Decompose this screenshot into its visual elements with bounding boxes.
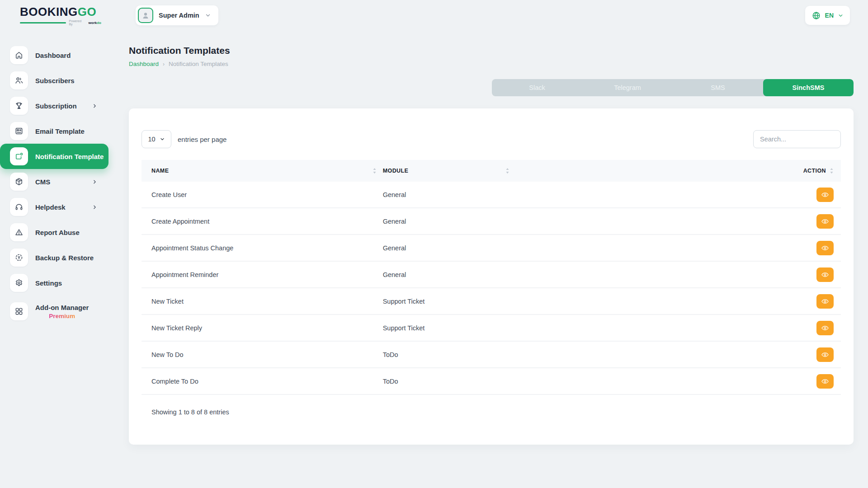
templates-table: NAME MODULE ACTION xyxy=(142,160,841,416)
premium-badge: Premium xyxy=(49,313,75,319)
tab-telegram[interactable]: Telegram xyxy=(582,79,673,96)
view-template-button[interactable] xyxy=(816,214,834,229)
view-template-button[interactable] xyxy=(816,347,834,362)
tab-sinchsms[interactable]: SinchSMS xyxy=(763,79,854,96)
brand-wordmark-accent: GO xyxy=(78,5,96,19)
search-input[interactable] xyxy=(753,130,841,148)
language-code: EN xyxy=(825,12,834,19)
template-module: ToDo xyxy=(383,378,516,385)
brand-tagline: Powered By workdo xyxy=(20,19,101,26)
eye-icon xyxy=(821,351,829,359)
page-size-select[interactable]: 10 xyxy=(142,130,171,148)
page-title: Notification Templates xyxy=(129,45,854,56)
eye-icon xyxy=(821,191,829,199)
sidebar-item-settings[interactable]: Settings xyxy=(0,270,108,296)
trophy-icon xyxy=(10,97,28,115)
sidebar-item-label: Notification Template xyxy=(35,153,104,160)
table-controls: 10 entries per page xyxy=(142,130,841,148)
table-header-row: NAME MODULE ACTION xyxy=(142,160,841,182)
main-content: Notification Templates Dashboard › Notif… xyxy=(129,33,854,445)
table-row: Create Appointment General xyxy=(142,208,841,235)
eye-icon xyxy=(821,377,829,385)
template-name: Appointment Reminder xyxy=(142,271,383,278)
grid-icon xyxy=(10,302,28,320)
template-name: Create Appointment xyxy=(142,218,383,225)
sidebar-item-subscription[interactable]: Subscription xyxy=(0,93,108,118)
table-row: Create User General xyxy=(142,182,841,208)
brand-wordmark-primary: BOOKING xyxy=(20,5,78,19)
templates-card: 10 entries per page NAME MODULE xyxy=(129,108,854,445)
template-module: General xyxy=(383,218,516,225)
table-row: Complete To Do ToDo xyxy=(142,368,841,395)
table-summary: Showing 1 to 8 of 8 entries xyxy=(142,395,841,416)
eye-icon xyxy=(821,217,829,225)
user-name: Super Admin xyxy=(159,12,199,19)
template-module: General xyxy=(383,271,516,278)
sidebar: Dashboard Subscribers Subscription xyxy=(0,42,114,327)
sidebar-item-label: Subscription xyxy=(35,102,77,110)
view-template-button[interactable] xyxy=(816,267,834,282)
package-icon xyxy=(10,173,28,191)
sidebar-item-label: CMS xyxy=(35,178,50,186)
chevron-right-icon xyxy=(92,103,98,109)
language-selector[interactable]: EN xyxy=(805,6,850,25)
eye-icon xyxy=(821,244,829,252)
template-module: ToDo xyxy=(383,351,516,358)
sidebar-item-label: Email Template xyxy=(35,127,85,135)
view-template-button[interactable] xyxy=(816,294,834,309)
sidebar-item-cms[interactable]: CMS xyxy=(0,169,108,194)
column-header-action[interactable]: ACTION xyxy=(516,168,841,174)
sidebar-item-addon-manager[interactable]: Add-on Manager Premium xyxy=(0,296,108,327)
column-header-name[interactable]: NAME xyxy=(142,168,383,174)
sidebar-item-label: Helpdesk xyxy=(35,203,66,211)
chevron-down-icon xyxy=(205,12,211,19)
backup-restore-icon xyxy=(10,249,28,267)
chevron-down-icon xyxy=(838,13,844,19)
brand-logo: BOOKINGGO Powered By workdo xyxy=(20,5,101,26)
chevron-right-icon xyxy=(92,179,98,185)
eye-icon xyxy=(821,324,829,332)
template-module: Support Ticket xyxy=(383,324,516,332)
globe-icon xyxy=(811,11,821,20)
table-row: New Ticket Support Ticket xyxy=(142,288,841,315)
chevron-right-icon xyxy=(92,204,98,210)
table-row: Appointment Status Change General xyxy=(142,235,841,262)
view-template-button[interactable] xyxy=(816,241,834,255)
notification-template-icon xyxy=(10,147,28,165)
gear-icon xyxy=(10,274,28,292)
sidebar-item-label: Backup & Restore xyxy=(35,254,94,262)
sidebar-item-report-abuse[interactable]: Report Abuse xyxy=(0,220,108,245)
view-template-button[interactable] xyxy=(816,188,834,202)
user-menu-button[interactable]: Super Admin xyxy=(136,5,218,25)
template-name: Create User xyxy=(142,191,383,198)
breadcrumb-current: Notification Templates xyxy=(169,61,228,67)
powered-by-brand: workdo xyxy=(89,21,101,25)
sidebar-item-label: Settings xyxy=(35,279,62,287)
sidebar-item-backup-restore[interactable]: Backup & Restore xyxy=(0,245,108,270)
tab-sms[interactable]: SMS xyxy=(673,79,763,96)
tab-slack[interactable]: Slack xyxy=(492,79,582,96)
sidebar-item-label: Subscribers xyxy=(35,77,75,84)
entries-per-page-label: entries per page xyxy=(178,136,226,143)
sidebar-item-subscribers[interactable]: Subscribers xyxy=(0,68,108,93)
view-template-button[interactable] xyxy=(816,374,834,389)
sidebar-item-notification-template[interactable]: Notification Template xyxy=(0,144,108,169)
chevron-down-icon xyxy=(160,136,165,142)
sidebar-item-email-template[interactable]: Email Template xyxy=(0,118,108,144)
view-template-button[interactable] xyxy=(816,321,834,335)
breadcrumb-dashboard-link[interactable]: Dashboard xyxy=(129,61,159,67)
channel-tabs-row: Slack Telegram SMS SinchSMS xyxy=(129,79,854,96)
breadcrumb-separator-icon: › xyxy=(163,61,165,67)
template-name: Appointment Status Change xyxy=(142,244,383,252)
column-header-module[interactable]: MODULE xyxy=(383,168,516,174)
template-name: New Ticket Reply xyxy=(142,324,383,332)
powered-by-label: Powered By xyxy=(69,19,85,26)
sidebar-item-label: Add-on Manager xyxy=(35,304,89,311)
table-row: Appointment Reminder General xyxy=(142,262,841,288)
home-icon xyxy=(10,46,28,64)
sidebar-item-dashboard[interactable]: Dashboard xyxy=(0,42,108,68)
sidebar-item-label: Report Abuse xyxy=(35,229,80,236)
brand-wordmark: BOOKINGGO xyxy=(20,5,101,18)
sidebar-item-helpdesk[interactable]: Helpdesk xyxy=(0,194,108,220)
page-size-value: 10 xyxy=(148,136,155,143)
